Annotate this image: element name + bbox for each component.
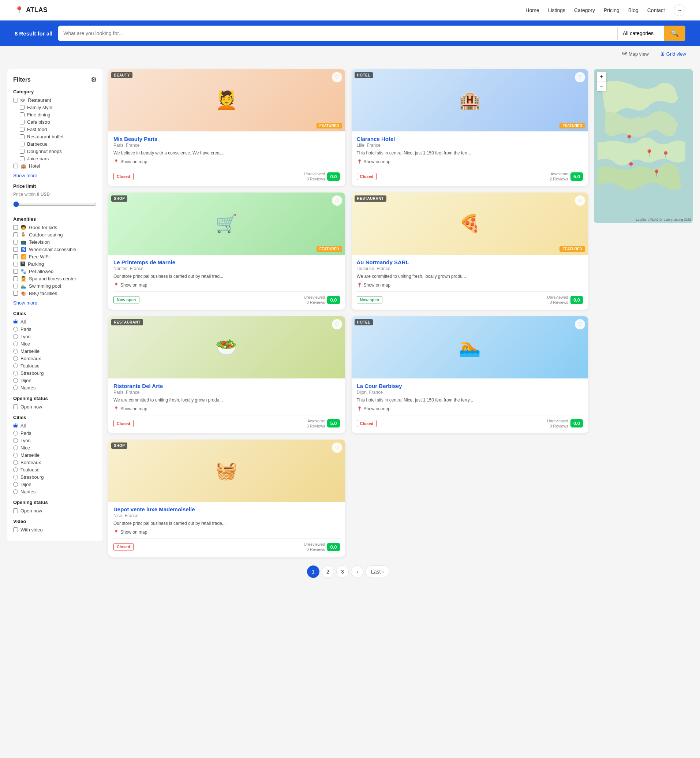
city-lyon-1[interactable]: Lyon <box>13 334 97 339</box>
cat-fast-food[interactable]: Fast food <box>13 127 97 132</box>
card-status-4: Now open <box>357 296 383 303</box>
cat-fine-dining[interactable]: Fine dining <box>13 112 97 117</box>
nav-listings[interactable]: Listings <box>548 7 566 13</box>
nav-category[interactable]: Category <box>574 7 595 13</box>
city-paris-1[interactable]: Paris <box>13 327 97 332</box>
map-placeholder: 📍 📍 📍 📍 📍 + − Leaflet | ATLAS Directory … <box>594 69 693 223</box>
card-title-4[interactable]: Au Normandy SARL <box>357 259 583 265</box>
card-rating-6: Unreviewed0 Reviews 0.0 <box>547 418 583 429</box>
city-dijon-2[interactable]: Dijon <box>13 482 97 487</box>
card-featured-3: FEATURED <box>317 246 342 252</box>
city-marseille-1[interactable]: Marseille <box>13 349 97 354</box>
cat-juice-bars[interactable]: Juice bars <box>13 156 97 161</box>
cat-hotel[interactable]: 🏨Hotel <box>13 163 97 169</box>
city-bordeaux-1[interactable]: Bordeaux <box>13 356 97 361</box>
card-title-3[interactable]: Le Printemps de Marnie <box>113 259 340 265</box>
city-strasbourg-2[interactable]: Strasbourg <box>13 474 97 480</box>
amenity-good-for-kids[interactable]: 🧒Good for kids <box>13 225 97 230</box>
card-map-link-6[interactable]: 📍 Show on map <box>357 406 583 411</box>
cat-cafe-bistro[interactable]: Cafe bistro <box>13 119 97 125</box>
zoom-in-btn[interactable]: + <box>597 72 606 81</box>
page-2-btn[interactable]: 2 <box>322 566 334 578</box>
open-now-2[interactable]: Open now <box>13 508 97 514</box>
map-view-btn[interactable]: 🗺 Map view <box>619 50 652 58</box>
rating-text-3: Unreviewed0 Reviews <box>304 295 325 305</box>
city-toulouse-2[interactable]: Toulouse <box>13 467 97 472</box>
opening-status-1-label: Opening status <box>13 395 97 401</box>
card-heart-6[interactable]: ♡ <box>575 319 585 330</box>
card-status-3: Now open <box>113 296 139 303</box>
nav-home[interactable]: Home <box>525 7 539 13</box>
listings-area: 💆 BEAUTY FEATURED ♡ Mix Beauty Paris Par… <box>102 69 594 584</box>
city-toulouse-1[interactable]: Toulouse <box>13 363 97 369</box>
card-heart-5[interactable]: ♡ <box>332 319 342 330</box>
cat-doughnut-shops[interactable]: Doughnut shops <box>13 148 97 154</box>
zoom-out-btn[interactable]: − <box>597 81 606 91</box>
city-nice-2[interactable]: Nice <box>13 445 97 450</box>
amenity-parking[interactable]: 🅿Parking <box>13 261 97 267</box>
amenities-show-more[interactable]: Show more <box>13 300 38 306</box>
cat-barbecue[interactable]: Barbecue <box>13 141 97 147</box>
card-title-6[interactable]: La Cour Berbisey <box>357 383 583 389</box>
page-last-btn[interactable]: Last › <box>366 566 389 578</box>
card-map-link-1[interactable]: 📍 Show on map <box>113 159 340 164</box>
page-next-btn[interactable]: › <box>351 566 363 578</box>
city-nice-1[interactable]: Nice <box>13 341 97 347</box>
rating-score-6: 0.0 <box>570 419 583 428</box>
with-video[interactable]: With video <box>13 527 97 533</box>
pagination: 1 2 3 › Last › <box>108 557 588 584</box>
amenity-outdoor-seating[interactable]: 🪑Outdoor seating <box>13 232 97 238</box>
card-title-2[interactable]: Clarance Hotel <box>357 136 583 142</box>
city-paris-2[interactable]: Paris <box>13 430 97 436</box>
amenity-wifi[interactable]: 📶Free WiFi <box>13 254 97 259</box>
amenity-pet-allowed[interactable]: 🐾Pet allowed <box>13 269 97 274</box>
open-now-1[interactable]: Open now <box>13 404 97 409</box>
search-button[interactable]: 🔍 <box>664 26 685 41</box>
city-all-1[interactable]: All <box>13 319 97 325</box>
nav-pricing[interactable]: Pricing <box>604 7 619 13</box>
search-input[interactable] <box>58 27 617 40</box>
amenity-television[interactable]: 📺Television <box>13 239 97 245</box>
cat-family-style[interactable]: Family style <box>13 105 97 110</box>
city-lyon-2[interactable]: Lyon <box>13 438 97 443</box>
card-title-7[interactable]: Depot vente luxe Mademoiselle <box>113 506 340 513</box>
cat-restaurant-buffet[interactable]: Restaurant buffet <box>13 134 97 139</box>
card-title-5[interactable]: Ristorante Del Arte <box>113 383 340 389</box>
page-1-btn[interactable]: 1 <box>307 566 319 578</box>
login-button[interactable]: → <box>673 5 685 16</box>
amenity-spa[interactable]: 💆Spa and fitness center <box>13 276 97 281</box>
nav-blog[interactable]: Blog <box>628 7 639 13</box>
card-map-link-7[interactable]: 📍 Show on map <box>113 530 340 535</box>
nav-contact[interactable]: Contact <box>647 7 665 13</box>
cat-restaurant[interactable]: 🍽Restaurant <box>13 97 97 103</box>
price-within-label: Price within 0 USD <box>13 192 97 197</box>
card-heart-3[interactable]: ♡ <box>332 195 342 206</box>
city-marseille-2[interactable]: Marseille <box>13 452 97 458</box>
card-map-link-4[interactable]: 📍 Show on map <box>357 283 583 288</box>
amenity-wheelchair[interactable]: ♿Wheelchair accessible <box>13 247 97 252</box>
city-nantes-1[interactable]: Nantes <box>13 385 97 391</box>
filter-icon[interactable]: ⚙ <box>91 76 97 84</box>
card-map-link-5[interactable]: 📍 Show on map <box>113 406 340 411</box>
city-bordeaux-2[interactable]: Bordeaux <box>13 460 97 465</box>
page-3-btn[interactable]: 3 <box>336 566 349 578</box>
city-all-2[interactable]: All <box>13 423 97 428</box>
card-badge-2: HOTEL <box>355 72 373 78</box>
amenity-pool[interactable]: 🏊Swimming pool <box>13 283 97 289</box>
city-strasbourg-1[interactable]: Strasbourg <box>13 370 97 376</box>
card-map-link-3[interactable]: 📍 Show on map <box>113 283 340 288</box>
map-icon-4: 📍 <box>357 283 362 288</box>
city-dijon-1[interactable]: Dijon <box>13 378 97 383</box>
card-map-link-2[interactable]: 📍 Show on map <box>357 159 583 164</box>
grid-view-btn[interactable]: ⊞ Grid view <box>658 50 689 58</box>
card-img-wrap-1: 💆 BEAUTY FEATURED ♡ <box>108 69 345 131</box>
price-slider[interactable] <box>13 201 97 207</box>
category-select[interactable]: All categories Restaurant Hotel Shop Bea… <box>618 27 664 40</box>
card-heart-2[interactable]: ♡ <box>575 72 585 82</box>
card-heart-1[interactable]: ♡ <box>332 72 342 82</box>
card-heart-7[interactable]: ♡ <box>332 442 342 453</box>
category-show-more[interactable]: Show more <box>13 173 38 178</box>
city-nantes-2[interactable]: Nantes <box>13 489 97 494</box>
amenity-bbq[interactable]: 🍖BBQ facilities <box>13 291 97 296</box>
card-title-1[interactable]: Mix Beauty Paris <box>113 136 340 142</box>
